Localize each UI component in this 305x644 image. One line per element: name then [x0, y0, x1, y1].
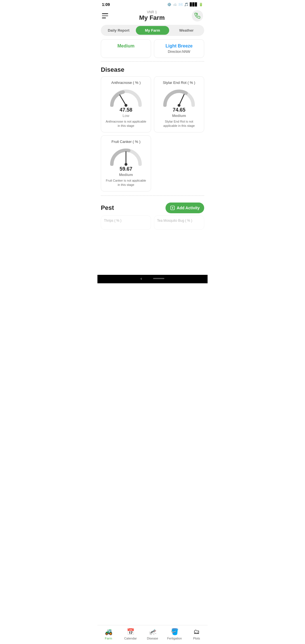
- light-breeze-value: Light Breeze: [158, 43, 200, 49]
- light-breeze-card: Light Breeze Direction:NNW: [154, 39, 204, 58]
- nav-disease[interactable]: 🦟 Disease: [144, 628, 161, 640]
- fruit-canker-value: 59.67: [105, 166, 147, 172]
- header: VNR 1 My Farm: [97, 8, 208, 25]
- svg-point-1: [125, 104, 127, 107]
- svg-line-2: [179, 94, 184, 105]
- disease-label: Disease: [147, 637, 158, 640]
- nav-farm[interactable]: 🚜 Farm: [100, 628, 117, 640]
- menu-line-2: [102, 16, 108, 16]
- medium-card: Medium: [101, 39, 151, 58]
- stylar-level: Medium: [158, 114, 200, 118]
- battery-icon: 🔋: [199, 3, 203, 6]
- medium-value: Medium: [105, 43, 147, 49]
- disease-section-title: Disease: [97, 65, 208, 76]
- status-time: 1:09: [102, 2, 110, 7]
- fruit-canker-name: Fruit Canker ( % ): [105, 140, 147, 144]
- disease-icon: 🦟: [149, 628, 156, 636]
- stylar-gauge: [162, 87, 196, 105]
- anthracnose-name: Anthracnose ( % ): [105, 80, 147, 85]
- status-bar: 1:09 ⚙️ ☁️ ✉️ 🎵 ▊▊▊ 🔋: [97, 0, 208, 8]
- tab-daily-report[interactable]: Daily Report: [102, 26, 135, 35]
- system-nav-bar: ‹: [97, 275, 208, 283]
- mail-icon: ✉️: [178, 3, 183, 6]
- stylar-name: Stylar End Rot ( % ): [158, 80, 200, 85]
- divider-1: [101, 61, 204, 62]
- fruit-canker-level: Medium: [105, 173, 147, 177]
- menu-line-1: [102, 13, 108, 14]
- farm-icon: 🚜: [105, 628, 112, 636]
- plots-icon: 🗂: [193, 628, 200, 636]
- fertigation-label: Fertigation: [167, 637, 182, 640]
- fruit-canker-note: Fruit Canker is not applicable in this s…: [105, 179, 147, 187]
- disease-card-stylar-end-rot: Stylar End Rot ( % ) 74.65 Medium Stylar…: [154, 76, 204, 132]
- nav-fertigation[interactable]: 🪣 Fertigation: [166, 628, 183, 640]
- menu-button[interactable]: [102, 11, 112, 21]
- disease-grid: Anthracnose ( % ) 47.58 Low Anthracnose …: [97, 76, 208, 192]
- disease-card-fruit-canker: Fruit Canker ( % ) 59.67 Medium Fruit Ca…: [101, 135, 151, 192]
- tab-bar: Daily Report My Farm Weather: [101, 25, 204, 36]
- pest-section-title: Pest: [101, 204, 114, 212]
- farm-label: Farm: [105, 637, 112, 640]
- back-button[interactable]: ‹: [141, 276, 142, 281]
- farm-subtitle: VNR 1: [139, 10, 165, 14]
- menu-line-3: [102, 18, 106, 18]
- divider-2: [101, 195, 204, 196]
- settings-icon: ⚙️: [167, 3, 171, 6]
- svg-line-0: [120, 95, 126, 105]
- nav-plots[interactable]: 🗂 Plots: [188, 628, 205, 640]
- plots-label: Plots: [193, 637, 200, 640]
- bottom-nav: 🚜 Farm 📅 Calendar 🦟 Disease 🪣 Fertigatio…: [97, 625, 208, 644]
- add-activity-label: Add Activity: [177, 206, 200, 210]
- cloud-icon: ☁️: [173, 3, 177, 6]
- anthracnose-note: Anthracnose is not applicable in this st…: [105, 119, 147, 128]
- anthracnose-level: Low: [105, 114, 147, 118]
- status-icons: ⚙️ ☁️ ✉️ 🎵 ▊▊▊ 🔋: [167, 3, 203, 6]
- anthracnose-value: 47.58: [105, 107, 147, 113]
- direction-label: Direction:NNW: [158, 50, 200, 54]
- phone-button[interactable]: [192, 10, 203, 21]
- calendar-icon: 📅: [127, 628, 134, 636]
- anthracnose-gauge: [109, 87, 143, 105]
- music-icon: 🎵: [184, 3, 188, 6]
- pest-header: Pest Add Activity: [97, 199, 208, 216]
- stylar-value: 74.65: [158, 107, 200, 113]
- top-cards-row: Medium Light Breeze Direction:NNW: [97, 39, 208, 60]
- svg-point-3: [178, 104, 180, 107]
- disease-card-anthracnose: Anthracnose ( % ) 47.58 Low Anthracnose …: [101, 76, 151, 132]
- fruit-canker-gauge: [109, 146, 143, 164]
- tab-my-farm[interactable]: My Farm: [136, 26, 169, 35]
- stylar-note: Stylar End Rot is not applicable in this…: [158, 119, 200, 128]
- home-pill[interactable]: [153, 278, 164, 279]
- page-title: My Farm: [139, 14, 165, 21]
- header-center: VNR 1 My Farm: [139, 10, 165, 21]
- calendar-label: Calendar: [124, 637, 137, 640]
- signal-icon: ▊▊▊: [190, 3, 197, 6]
- add-activity-button[interactable]: Add Activity: [165, 203, 204, 213]
- tab-weather[interactable]: Weather: [170, 26, 203, 35]
- nav-calendar[interactable]: 📅 Calendar: [122, 628, 139, 640]
- fertigation-icon: 🪣: [171, 628, 178, 636]
- svg-point-5: [125, 163, 127, 166]
